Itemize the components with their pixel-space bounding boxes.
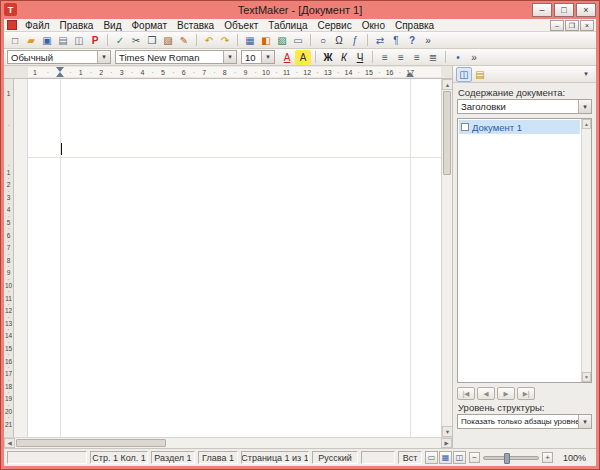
vertical-ruler[interactable]: 1··1·2·3·4·5·6·7·8·9·10·11·12·13·14·15·1… (4, 79, 14, 437)
sidebar-objects-toggle-button[interactable]: ▤ (472, 67, 488, 82)
cut-button[interactable]: ✂ (128, 33, 144, 48)
redo-button[interactable]: ↷ (217, 33, 233, 48)
copy-button[interactable]: ❐ (144, 33, 160, 48)
document-area[interactable] (14, 79, 441, 437)
list-item[interactable]: Документ 1 (459, 120, 580, 134)
nav-first-button[interactable]: |◀ (457, 387, 475, 400)
format-paintbrush-button[interactable]: ✎ (176, 33, 192, 48)
font-name-combo[interactable]: Times New Roman ▾ (115, 50, 237, 64)
paragraph-style-combo[interactable]: Обычный ▾ (7, 50, 111, 64)
contents-filter-combo[interactable]: Заголовки ▾ (457, 99, 592, 114)
navigator-button[interactable]: ⇄ (372, 33, 388, 48)
ruler-number: 9 (243, 68, 247, 77)
menu-item-9[interactable]: Окно (357, 19, 390, 32)
status-blank (7, 451, 87, 464)
insert-text-frame-button[interactable]: ▭ (290, 33, 306, 48)
ruler-tick: · (110, 68, 112, 77)
menu-item-8[interactable]: Сервис (312, 19, 356, 32)
menu-item-6[interactable]: Объект (219, 19, 263, 32)
close-button[interactable]: × (576, 3, 596, 17)
scroll-right-button[interactable]: ▶ (441, 438, 452, 448)
font-color-button[interactable]: А (279, 50, 295, 65)
panel-menu-button[interactable]: ▾ (579, 70, 593, 78)
minimize-button[interactable]: – (532, 3, 552, 17)
menu-item-7[interactable]: Таблица (263, 19, 312, 32)
right-margin-guide (410, 79, 411, 437)
view-fullscreen-button[interactable]: ◫ (453, 451, 466, 464)
left-indent-marker[interactable] (56, 72, 64, 77)
bullet-list-button[interactable]: • (450, 50, 466, 65)
align-justify-button[interactable]: ≣ (425, 50, 441, 65)
insert-table-button[interactable]: ▦ (242, 33, 258, 48)
align-left-button[interactable]: ≡ (377, 50, 393, 65)
print-button[interactable]: ▤ (55, 33, 71, 48)
insert-symbol-button[interactable]: Ω (331, 33, 347, 48)
show-formatting-marks-button[interactable]: ¶ (388, 33, 404, 48)
menu-item-4[interactable]: Формат (126, 19, 172, 32)
menu-item-3[interactable]: Вид (98, 19, 126, 32)
menu-item-5[interactable]: Вставка (172, 19, 219, 32)
undo-button[interactable]: ↶ (201, 33, 217, 48)
list-scrollbar[interactable]: ▲ ▼ (581, 119, 591, 382)
save-button[interactable]: ▣ (39, 33, 55, 48)
headings-list[interactable]: Документ 1 ▲ ▼ (457, 118, 592, 383)
open-file-button[interactable]: ▰ (23, 33, 39, 48)
font-size-combo[interactable]: 10 ▾ (241, 50, 275, 64)
chevron-down-icon[interactable]: ▾ (97, 51, 110, 63)
new-document-button[interactable]: □ (7, 33, 23, 48)
horizontal-scrollbar-thumb[interactable] (16, 439, 166, 447)
doc-minimize-button[interactable]: – (550, 20, 564, 31)
paste-button[interactable]: ▨ (160, 33, 176, 48)
nav-previous-button[interactable]: ◀ (477, 387, 495, 400)
checkbox-icon[interactable] (461, 123, 469, 131)
menu-item-10[interactable]: Справка (390, 19, 439, 32)
toolbar-options-button[interactable]: » (466, 50, 482, 65)
chevron-down-icon[interactable]: ▾ (223, 51, 236, 63)
maximize-button[interactable]: □ (554, 3, 574, 17)
zoom-in-button[interactable]: + (542, 452, 553, 463)
doc-restore-button[interactable]: ❐ (565, 20, 579, 31)
vertical-scrollbar-thumb[interactable] (443, 91, 451, 175)
toolbar-options-button[interactable]: » (420, 33, 436, 48)
search-button[interactable]: ○ (315, 33, 331, 48)
document-icon (7, 20, 17, 30)
titlebar[interactable]: T TextMaker - [Документ 1] – □ × (0, 0, 600, 19)
font-size-value: 10 (242, 51, 261, 63)
chevron-down-icon[interactable]: ▾ (578, 415, 591, 428)
align-right-button[interactable]: ≡ (409, 50, 425, 65)
underline-button[interactable]: Ч (352, 50, 368, 65)
bold-button[interactable]: Ж (320, 50, 336, 65)
view-normal-button[interactable]: ▭ (425, 451, 438, 464)
view-page-layout-button[interactable]: ▦ (439, 451, 452, 464)
chevron-down-icon[interactable]: ▾ (261, 51, 274, 63)
sidebar-contents-toggle-button[interactable]: ◫ (456, 67, 472, 82)
horizontal-scrollbar[interactable]: ◀ ▶ (4, 437, 452, 448)
help-button[interactable]: ? (404, 33, 420, 48)
list-scroll-down-button[interactable]: ▼ (582, 372, 591, 382)
scroll-left-button[interactable]: ◀ (4, 438, 15, 448)
horizontal-ruler[interactable]: 1··1·2·3·4·5·6·7·8·9·10·11·12·13·14·15·1… (4, 66, 452, 79)
menu-item-1[interactable]: Файл (20, 19, 55, 32)
nav-last-button[interactable]: ▶| (517, 387, 535, 400)
spell-check-button[interactable]: ✓ (112, 33, 128, 48)
export-pdf-button[interactable]: P (87, 33, 103, 48)
insert-field-button[interactable]: ƒ (347, 33, 363, 48)
zoom-slider-thumb[interactable] (504, 453, 510, 464)
align-center-button[interactable]: ≡ (393, 50, 409, 65)
highlight-color-button[interactable]: А (295, 50, 311, 65)
outline-level-combo[interactable]: Показать только абзацы уровней 1-9 ▾ (457, 414, 592, 429)
ruler-number: 3 (120, 68, 124, 77)
italic-button[interactable]: К (336, 50, 352, 65)
list-scroll-up-button[interactable]: ▲ (582, 119, 591, 129)
chevron-down-icon[interactable]: ▾ (578, 100, 591, 113)
doc-close-button[interactable]: × (580, 20, 594, 31)
print-preview-button[interactable]: ◫ (71, 33, 87, 48)
insert-chart-button[interactable]: ◧ (258, 33, 274, 48)
insert-image-button[interactable]: ▧ (274, 33, 290, 48)
toolbar-separator (315, 51, 316, 63)
zoom-out-button[interactable]: − (469, 452, 480, 463)
menu-item-2[interactable]: Правка (55, 19, 99, 32)
vertical-scrollbar[interactable]: ▲ ▼ (441, 79, 452, 437)
nav-next-button[interactable]: ▶ (497, 387, 515, 400)
zoom-slider[interactable] (483, 456, 539, 460)
